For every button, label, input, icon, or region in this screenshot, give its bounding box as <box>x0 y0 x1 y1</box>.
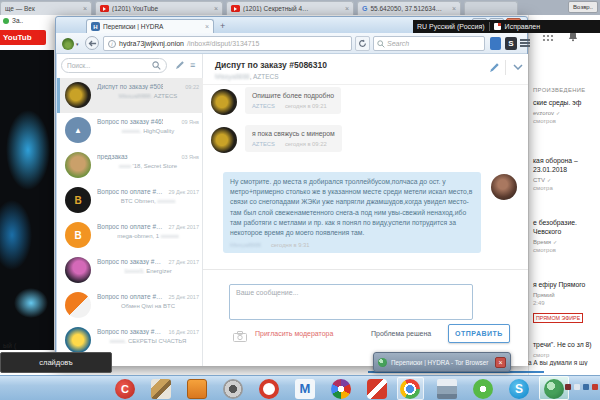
close-icon[interactable]: × <box>345 5 349 12</box>
edit-icon[interactable] <box>489 62 500 73</box>
search-input[interactable] <box>387 40 467 47</box>
conversation-item[interactable]: B Вопрос по оплате #…29 Дек 2017 BTC Obm… <box>57 183 203 218</box>
printer-icon[interactable] <box>437 379 457 399</box>
search-input[interactable] <box>67 62 150 69</box>
channel-name[interactable]: CTV <box>533 177 545 183</box>
browser-tab[interactable]: ще — Век × <box>0 1 92 15</box>
taskbar-preview[interactable]: Переписки | HYDRA - Tor Browser × <box>373 352 511 372</box>
video-item[interactable]: е безобразие. Чевского Время✓ смотров <box>533 219 599 253</box>
video-item[interactable]: кая оборона – 23.01.2018 CTV✓ смотра <box>533 157 599 191</box>
bookmarks-icon[interactable] <box>490 37 501 50</box>
conversation-item[interactable]: Вопрос по оплате #…25 Дек 2017 Обмен Qiw… <box>57 288 203 323</box>
channel-name[interactable]: Время <box>533 239 551 245</box>
message-time: сегодня в 9:31 <box>271 242 310 248</box>
browser-tab[interactable] <box>464 1 518 15</box>
tor-tab-hydra[interactable]: H Переписки | HYDRA × <box>86 19 214 33</box>
video-title[interactable]: тречи". Не со зл 8) <box>533 341 599 350</box>
browser-tab-coordinates[interactable]: G 55.642050, 37.512634… × <box>357 1 461 15</box>
channel-name[interactable]: Прямий <box>533 292 555 298</box>
reload-button[interactable] <box>355 36 370 51</box>
conversation-participants: xxxxxx, HighQuality <box>97 128 199 134</box>
torbutton-onion-icon[interactable]: ▾ <box>62 36 82 51</box>
chrome-icon[interactable] <box>400 379 420 399</box>
divider <box>203 269 528 270</box>
icq-icon[interactable] <box>473 379 493 399</box>
tray-icon[interactable] <box>574 384 580 390</box>
search-icon <box>377 40 385 48</box>
tray-icon[interactable] <box>565 384 571 390</box>
avatar <box>65 257 91 283</box>
send-button[interactable]: ОТПРАВИТЬ <box>448 324 510 343</box>
avatar <box>211 89 237 115</box>
chat-message: я пока свяжусь с минером AZTECSсегодня в… <box>245 125 342 152</box>
preview-title: Переписки | HYDRA - Tor Browser <box>391 359 491 366</box>
problem-solved-link[interactable]: Проблема решена <box>371 330 431 337</box>
conversation-title: Вопрос по заказу #… <box>97 258 161 265</box>
message-author: AZTECS <box>252 103 275 109</box>
paint-icon[interactable] <box>151 379 171 399</box>
conversation-item[interactable]: B Вопрос по оплате #…27 Дек 2017 mega-ob… <box>57 218 203 253</box>
message-time: сегодня в 09:22 <box>285 141 327 147</box>
video-title[interactable]: кая оборона – 23.01.2018 <box>533 157 599 175</box>
address-bar[interactable]: i hydra73jwjkvnj.onion/inbox#/disput/313… <box>103 36 352 51</box>
tray-icon[interactable] <box>583 384 589 390</box>
close-icon[interactable]: × <box>452 5 456 12</box>
ccleaner-icon[interactable]: C <box>115 379 135 399</box>
picasa-icon[interactable] <box>331 379 351 399</box>
new-tab-button[interactable]: + <box>220 20 225 32</box>
restore-button[interactable]: Возвр.. <box>568 1 598 13</box>
video-item[interactable]: тречи". Не со зл 8) смотр <box>533 341 599 358</box>
conversation-date: 25 Дек 2017 <box>168 294 199 300</box>
message-input[interactable] <box>229 284 473 320</box>
conversation-item[interactable]: ▲ Вопрос по заказу #465…09 Янв xxxxxx, H… <box>57 113 203 148</box>
browser-tab-youtube[interactable]: (1201) YouTube × <box>95 1 223 15</box>
compose-icon[interactable] <box>175 60 185 70</box>
avatar <box>65 327 91 353</box>
conversation-item[interactable]: предзаказ03 Янв xxxx '18, Secret Store <box>57 148 203 183</box>
tor-browser-icon[interactable] <box>544 379 564 399</box>
video-player[interactable] <box>0 50 54 350</box>
language-bar[interactable]: RU Русский (Россия) Исправлен <box>413 20 600 33</box>
conversations-sidebar: ≡ Диспут по заказу #5086…09:22 Missya888… <box>57 54 203 366</box>
menu-icon[interactable] <box>520 39 530 48</box>
video-title[interactable]: е безобразие. Чевского <box>533 219 599 237</box>
installer-icon[interactable] <box>187 379 207 399</box>
youtube-logo[interactable]: YouTub <box>0 30 46 45</box>
malwarebytes-icon[interactable]: M <box>295 379 315 399</box>
red-app-icon[interactable] <box>367 379 387 399</box>
close-icon[interactable]: × <box>83 5 87 12</box>
conversation-search[interactable] <box>61 58 167 73</box>
tray-icon[interactable] <box>592 384 598 390</box>
channel-name[interactable]: evzorov <box>533 110 554 116</box>
url-path: /inbox#/disput/3134715 <box>187 40 259 47</box>
invite-moderator-link[interactable]: Пригласить модератора <box>255 330 333 337</box>
conversation-date: 16 Дек 2017 <box>168 329 199 335</box>
video-meta: смотров <box>533 118 599 124</box>
skype-icon[interactable]: S <box>509 379 529 399</box>
video-item[interactable]: ские среды. эф evzorov✓ смотров <box>533 99 599 124</box>
back-button[interactable] <box>85 36 99 50</box>
video-title[interactable]: ские среды. эф <box>533 99 599 108</box>
chevron-down-icon[interactable] <box>513 64 523 70</box>
info-icon[interactable]: i <box>108 40 116 48</box>
bookmark-item[interactable]: За.. <box>3 17 23 24</box>
conversation-item[interactable]: Вопрос по заказу #…27 Дек 2017 1xxxx3, E… <box>57 253 203 288</box>
system-tray[interactable] <box>565 384 598 390</box>
close-icon[interactable]: × <box>205 23 209 30</box>
photo-viewer-icon[interactable] <box>223 379 243 399</box>
conversation-item-dispute[interactable]: Диспут по заказу #5086…09:22 Missya8888,… <box>57 78 203 113</box>
noscript-icon[interactable]: S <box>505 37 517 50</box>
video-title[interactable]: я ефіру Прямого <box>533 281 599 290</box>
opera-icon[interactable] <box>259 379 279 399</box>
close-icon[interactable]: × <box>214 5 218 12</box>
close-icon[interactable]: × <box>495 357 506 368</box>
selected-indicator <box>57 78 60 113</box>
browser-search[interactable] <box>373 36 485 51</box>
browser-tab-video[interactable]: (1201) Секретный 4… × <box>226 1 354 15</box>
list-menu-icon[interactable]: ≡ <box>190 60 195 70</box>
camera-icon[interactable] <box>233 331 247 342</box>
tab-title: Переписки | HYDRA <box>103 23 202 30</box>
video-item[interactable]: я ефіру Прямого Прямий 2:49 ПРЯМОМ ЭФИРЕ <box>533 281 599 324</box>
chat-participants: Missya8888, AZTECS <box>215 73 279 80</box>
avatar <box>65 152 91 178</box>
